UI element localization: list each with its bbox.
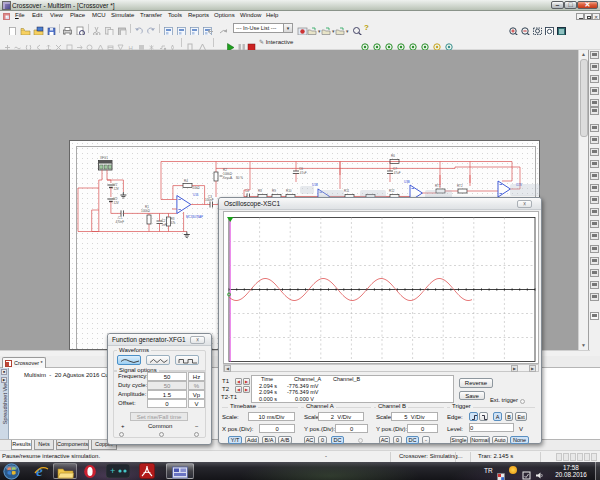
svg-text:1nF: 1nF <box>162 223 167 227</box>
svg-text:.47uF: .47uF <box>393 171 401 175</box>
svg-text:R4: R4 <box>184 179 188 183</box>
svg-text:100kΩ: 100kΩ <box>141 209 151 213</box>
svg-text:MC33078AP: MC33078AP <box>186 215 203 219</box>
svg-text:80 %: 80 % <box>236 176 243 180</box>
svg-text:100nF: 100nF <box>205 198 214 202</box>
svg-text:R10: R10 <box>286 189 292 193</box>
svg-text:XFG1: XFG1 <box>100 156 108 160</box>
svg-text:47k: 47k <box>171 221 176 225</box>
svg-text:RT2: RT2 <box>457 184 463 188</box>
svg-text:R11: R11 <box>344 189 350 193</box>
svg-text:10kΩ: 10kΩ <box>193 186 201 190</box>
svg-text:C4: C4 <box>245 189 249 193</box>
svg-text:R12: R12 <box>389 189 395 193</box>
svg-text:R8: R8 <box>258 189 262 193</box>
svg-text:Key=A: Key=A <box>223 176 232 180</box>
svg-text:U16: U16 <box>193 193 199 197</box>
svg-text:470nF: 470nF <box>116 220 125 224</box>
svg-text:R6: R6 <box>391 154 395 158</box>
svg-text:+: + <box>110 466 115 476</box>
svg-text:12V: 12V <box>114 201 119 205</box>
svg-text:U3B: U3B <box>404 180 410 184</box>
svg-text:.47uF: .47uF <box>299 171 307 175</box>
svg-text:12V: 12V <box>114 187 119 191</box>
svg-text:R9: R9 <box>272 189 276 193</box>
